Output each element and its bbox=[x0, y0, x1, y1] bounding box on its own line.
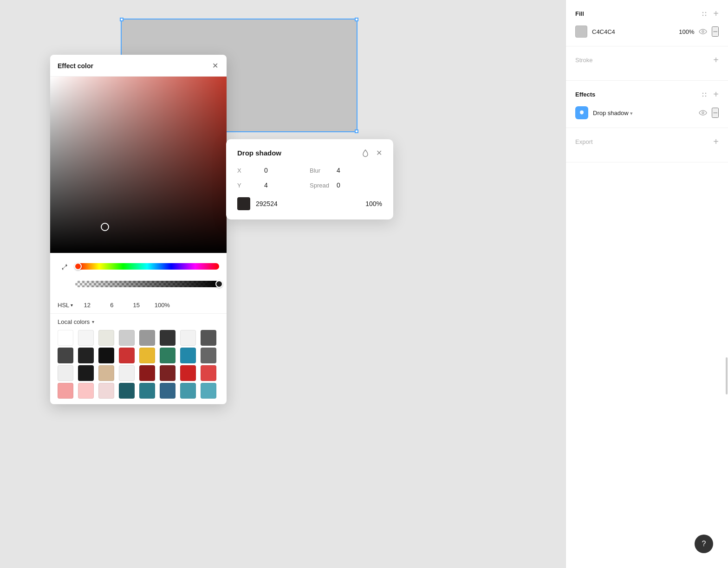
swatch[interactable] bbox=[119, 330, 135, 346]
swatch[interactable] bbox=[98, 365, 114, 381]
ds-blur-value[interactable]: 4 bbox=[337, 167, 340, 174]
swatch[interactable] bbox=[160, 383, 176, 399]
chevron-down-icon-local: ▾ bbox=[92, 319, 94, 324]
effect-color-panel: Effect color ✕ HSL ▾ bbox=[50, 55, 227, 404]
swatch[interactable] bbox=[119, 365, 135, 381]
fill-opacity-value[interactable]: 100% bbox=[679, 28, 694, 35]
hue-slider[interactable] bbox=[75, 263, 219, 270]
fill-remove-button[interactable]: − bbox=[712, 26, 719, 37]
swatch[interactable] bbox=[78, 383, 94, 399]
hsl-a-input[interactable] bbox=[150, 302, 174, 309]
effect-color-close-button[interactable]: ✕ bbox=[211, 61, 219, 71]
color-swatches bbox=[58, 330, 219, 399]
swatch[interactable] bbox=[160, 348, 176, 363]
swatch[interactable] bbox=[58, 383, 73, 399]
swatch[interactable] bbox=[98, 330, 114, 346]
color-inputs: HSL ▾ bbox=[50, 297, 227, 313]
swatch[interactable] bbox=[58, 365, 73, 381]
swatch[interactable] bbox=[201, 365, 216, 381]
swatch[interactable] bbox=[98, 348, 114, 363]
export-section: Export + bbox=[566, 128, 728, 162]
stroke-add-button[interactable]: + bbox=[713, 55, 719, 65]
svg-point-6 bbox=[705, 92, 706, 93]
handle-top-right[interactable] bbox=[355, 18, 358, 21]
drop-shadow-title: Drop shadow bbox=[237, 149, 281, 157]
effect-dropdown-chevron[interactable]: ▾ bbox=[630, 110, 633, 116]
fill-visibility-icon[interactable] bbox=[699, 28, 707, 36]
effects-drag-icon[interactable] bbox=[701, 91, 708, 98]
swatch[interactable] bbox=[180, 330, 196, 346]
swatch[interactable] bbox=[180, 383, 196, 399]
gradient-handle[interactable] bbox=[101, 223, 109, 231]
hue-thumb[interactable] bbox=[74, 263, 82, 270]
swatch[interactable] bbox=[78, 348, 94, 363]
svg-point-7 bbox=[702, 95, 703, 96]
swatch[interactable] bbox=[139, 365, 155, 381]
swatch[interactable] bbox=[180, 348, 196, 363]
alpha-slider[interactable] bbox=[75, 281, 219, 287]
local-colors-header[interactable]: Local colors ▾ bbox=[58, 318, 219, 325]
fill-drag-icon[interactable] bbox=[701, 11, 708, 17]
effects-add-button[interactable]: + bbox=[713, 89, 719, 100]
hsl-l-input[interactable] bbox=[126, 302, 147, 309]
swatch[interactable] bbox=[180, 365, 196, 381]
swatch[interactable] bbox=[119, 383, 135, 399]
export-label: Export bbox=[575, 138, 593, 145]
drop-shadow-opacity[interactable]: 100% bbox=[365, 200, 382, 207]
swatch[interactable] bbox=[160, 365, 176, 381]
effects-section-icons: + bbox=[701, 89, 719, 100]
swatch[interactable] bbox=[139, 383, 155, 399]
ds-spread-value[interactable]: 0 bbox=[337, 181, 340, 189]
drop-shadow-color-swatch[interactable] bbox=[237, 197, 250, 210]
ds-x-field: X 0 bbox=[237, 167, 310, 174]
fill-add-button[interactable]: + bbox=[713, 8, 719, 19]
ds-spread-field: Spread 0 bbox=[310, 181, 382, 189]
scrollbar-thumb[interactable] bbox=[726, 357, 728, 394]
svg-point-2 bbox=[702, 14, 703, 15]
export-add-button[interactable]: + bbox=[713, 136, 719, 147]
drop-shadow-close-button[interactable]: ✕ bbox=[376, 148, 382, 157]
ds-y-value[interactable]: 4 bbox=[264, 181, 268, 189]
color-gradient-picker[interactable] bbox=[50, 77, 227, 253]
swatch[interactable] bbox=[58, 348, 73, 363]
svg-point-5 bbox=[702, 92, 703, 93]
swatch[interactable] bbox=[139, 330, 155, 346]
ds-y-field: Y 4 bbox=[237, 181, 310, 189]
local-colors-section: Local colors ▾ bbox=[50, 313, 227, 404]
swatch[interactable] bbox=[201, 348, 216, 363]
fill-row: C4C4C4 100% − bbox=[575, 26, 719, 38]
hsl-s-input[interactable] bbox=[101, 302, 122, 309]
alpha-thumb[interactable] bbox=[215, 280, 223, 288]
drop-shadow-icon[interactable] bbox=[575, 106, 588, 119]
drop-shadow-color-hex[interactable]: 292524 bbox=[256, 200, 278, 207]
effect-visibility-icon[interactable] bbox=[699, 109, 707, 117]
effects-section-header: Effects + bbox=[575, 89, 719, 100]
drop-shadow-water-icon[interactable] bbox=[361, 149, 370, 157]
fill-label: Fill bbox=[575, 10, 584, 17]
svg-point-8 bbox=[705, 95, 706, 96]
swatch[interactable] bbox=[119, 348, 135, 363]
ds-blur-field: Blur 4 bbox=[310, 167, 382, 174]
color-mode-select[interactable]: HSL ▾ bbox=[58, 302, 73, 309]
eyedropper-button[interactable] bbox=[58, 260, 71, 273]
handle-bottom-right[interactable] bbox=[355, 129, 358, 133]
handle-top-left[interactable] bbox=[120, 18, 124, 21]
swatch[interactable] bbox=[78, 365, 94, 381]
fill-hex-value[interactable]: C4C4C4 bbox=[592, 28, 674, 35]
help-button[interactable]: ? bbox=[695, 535, 713, 553]
hsl-h-input[interactable] bbox=[77, 302, 98, 309]
svg-point-10 bbox=[702, 112, 704, 114]
swatch[interactable] bbox=[139, 348, 155, 363]
swatch[interactable] bbox=[58, 330, 73, 346]
ds-x-value[interactable]: 0 bbox=[264, 167, 268, 174]
svg-point-3 bbox=[705, 14, 706, 15]
swatch[interactable] bbox=[78, 330, 94, 346]
effect-remove-button[interactable]: − bbox=[712, 108, 719, 118]
swatch[interactable] bbox=[201, 330, 216, 346]
stroke-section-header: Stroke + bbox=[575, 55, 719, 65]
swatch[interactable] bbox=[160, 330, 176, 346]
sliders-area bbox=[50, 253, 227, 297]
swatch[interactable] bbox=[201, 383, 216, 399]
swatch[interactable] bbox=[98, 383, 114, 399]
fill-color-swatch[interactable] bbox=[575, 26, 587, 38]
